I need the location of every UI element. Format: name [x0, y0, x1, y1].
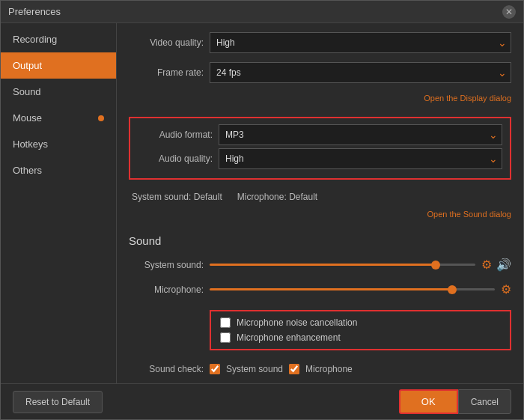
- sound-check-label: Sound check:: [129, 364, 204, 374]
- bottom-bar: Reset to Default OK Cancel: [1, 383, 523, 419]
- audio-quality-row: Audio quality: High ⌄: [138, 148, 502, 169]
- audio-quality-label: Audio quality:: [138, 153, 213, 164]
- preferences-window: Preferences ✕ Recording Output Sound Mou…: [0, 0, 524, 420]
- main-panel: Video quality: High ⌄ Frame rate: 24 fps…: [117, 23, 523, 383]
- window-title: Preferences: [8, 6, 61, 17]
- ok-button[interactable]: OK: [399, 389, 458, 414]
- audio-format-row: Audio format: MP3 ⌄: [138, 124, 502, 145]
- enhancement-checkbox[interactable]: [220, 332, 231, 343]
- microphone-slider-row: Microphone: ⚙: [129, 282, 511, 296]
- sidebar-item-sound[interactable]: Sound: [1, 79, 116, 105]
- system-sound-info-label: System sound: Default: [132, 192, 222, 202]
- audio-format-label: Audio format:: [138, 130, 213, 140]
- frame-rate-label: Frame rate:: [129, 67, 204, 78]
- frame-rate-select-wrapper: 24 fps ⌄: [210, 62, 511, 83]
- sound-check-row: Sound check: System sound Microphone: [129, 364, 511, 374]
- audio-quality-select-wrapper: High ⌄: [219, 148, 502, 169]
- sound-section-title: Sound: [129, 234, 511, 247]
- video-quality-select-wrapper: High ⌄: [210, 32, 511, 53]
- open-sound-dialog-link[interactable]: Open the Sound dialog: [427, 210, 511, 219]
- mouse-notification-dot: [98, 115, 104, 121]
- frame-rate-row: Frame rate: 24 fps ⌄: [129, 62, 511, 83]
- noise-cancellation-checkbox[interactable]: [220, 317, 231, 328]
- system-sound-check-checkbox[interactable]: [210, 364, 220, 374]
- frame-rate-select[interactable]: 24 fps: [210, 62, 511, 83]
- system-sound-slider-container: [210, 260, 475, 270]
- settings-icon[interactable]: ⚙: [481, 258, 492, 272]
- microphone-info-label: Microphone: Default: [237, 192, 317, 202]
- microphone-icons: ⚙: [501, 282, 511, 296]
- system-sound-icons: ⚙ 🔊: [481, 258, 511, 272]
- microphone-track: [210, 288, 495, 290]
- open-display-dialog-link[interactable]: Open the Display dialog: [424, 94, 511, 103]
- microphone-slider-container: [210, 284, 495, 295]
- sidebar: Recording Output Sound Mouse Hotkeys Oth…: [1, 23, 117, 383]
- microphone-thumb[interactable]: [448, 285, 457, 294]
- sidebar-item-mouse[interactable]: Mouse: [1, 105, 116, 131]
- microphone-check-label: Microphone: [305, 364, 353, 374]
- content-area: Recording Output Sound Mouse Hotkeys Oth…: [1, 23, 523, 383]
- video-quality-select[interactable]: High: [210, 32, 511, 53]
- audio-format-select-wrapper: MP3 ⌄: [219, 124, 502, 145]
- system-sound-slider-label: System sound:: [129, 260, 204, 270]
- system-sound-check-label: System sound: [226, 364, 283, 374]
- reset-to-default-button[interactable]: Reset to Default: [13, 391, 103, 413]
- video-quality-row: Video quality: High ⌄: [129, 32, 511, 53]
- volume-icon[interactable]: 🔊: [496, 258, 511, 272]
- cancel-button[interactable]: Cancel: [458, 389, 511, 414]
- sidebar-item-recording[interactable]: Recording: [1, 26, 116, 52]
- sound-info-row: System sound: Default Microphone: Defaul…: [132, 192, 511, 202]
- ok-cancel-group: OK Cancel: [399, 389, 511, 414]
- microphone-check-checkbox[interactable]: [289, 364, 299, 374]
- sidebar-item-hotkeys[interactable]: Hotkeys: [1, 131, 116, 157]
- enhancement-row: Microphone enhancement: [220, 332, 501, 343]
- titlebar: Preferences ✕: [1, 1, 523, 23]
- video-quality-label: Video quality:: [129, 37, 204, 48]
- enhancement-label: Microphone enhancement: [237, 332, 341, 343]
- audio-format-select[interactable]: MP3: [219, 124, 502, 145]
- close-button[interactable]: ✕: [502, 5, 516, 19]
- noise-cancellation-label: Microphone noise cancellation: [237, 317, 357, 328]
- sidebar-item-output[interactable]: Output: [1, 52, 116, 79]
- noise-cancellation-row: Microphone noise cancellation: [220, 317, 501, 328]
- microphone-options-section: Microphone noise cancellation Microphone…: [210, 310, 511, 350]
- audio-quality-select[interactable]: High: [219, 148, 502, 169]
- microphone-slider-label: Microphone:: [129, 284, 204, 295]
- audio-section: Audio format: MP3 ⌄ Audio quality: High: [129, 117, 511, 180]
- system-sound-slider-row: System sound: ⚙ 🔊: [129, 258, 511, 272]
- system-sound-thumb[interactable]: [431, 261, 440, 270]
- sidebar-item-others[interactable]: Others: [1, 157, 116, 183]
- microphone-settings-icon[interactable]: ⚙: [501, 282, 511, 296]
- system-sound-track: [210, 264, 475, 266]
